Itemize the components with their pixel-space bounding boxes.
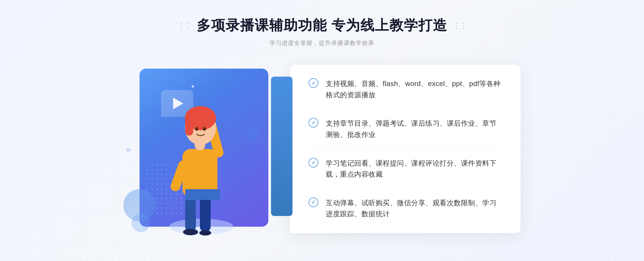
decorative-stripes xyxy=(247,130,263,152)
feature-item-1: 支持视频、音频、flash、word、excel、ppt、pdf等各种格式的资源… xyxy=(309,78,502,109)
svg-point-13 xyxy=(203,127,206,131)
features-panel: 支持视频、音频、flash、word、excel、ppt、pdf等各种格式的资源… xyxy=(290,65,521,233)
feature-text-1: 支持视频、音频、flash、word、excel、ppt、pdf等各种格式的资源… xyxy=(326,78,502,100)
content-section: » ✦ xyxy=(107,61,537,237)
check-icon-2 xyxy=(309,118,318,128)
check-icon-1 xyxy=(309,78,318,88)
feature-text-2: 支持章节目录、弹题考试、课后练习、课后作业、章节测验、批改作业 xyxy=(326,118,502,140)
arrow-left-icon: » xyxy=(126,144,131,154)
feature-item-2: 支持章节目录、弹题考试、课后练习、课后作业、章节测验、批改作业 xyxy=(309,109,502,149)
feature-text-4: 互动弹幕、试听购买、微信分享、观看次数限制、学习进度跟踪、数据统计 xyxy=(326,197,502,220)
header: ⋮⋮ 多项录播课辅助功能 专为线上教学打造 ⋮⋮ 学习进度全掌握，提升录播课教学… xyxy=(177,16,467,47)
feature-item-4: 互动弹幕、试听购买、微信分享、观看次数限制、学习进度跟踪、数据统计 xyxy=(309,189,502,220)
subtitle: 学习进度全掌握，提升录播课教学效果 xyxy=(177,39,467,47)
svg-point-3 xyxy=(183,229,198,235)
svg-point-12 xyxy=(195,127,198,131)
decorative-circle-2 xyxy=(131,213,150,232)
feature-item-3: 学习笔记回看、课程提问、课程评论打分、课件资料下载，重点内容收藏 xyxy=(309,149,502,189)
decorative-dots-right: ⋮⋮ xyxy=(453,21,467,30)
page-container: ⋮⋮ 多项录播课辅助功能 专为线上教学打造 ⋮⋮ 学习进度全掌握，提升录播课教学… xyxy=(0,0,644,261)
title-row: ⋮⋮ 多项录播课辅助功能 专为线上教学打造 ⋮⋮ xyxy=(177,16,467,35)
main-title: 多项录播课辅助功能 专为线上教学打造 xyxy=(197,16,447,35)
check-icon-3 xyxy=(309,158,318,167)
decorative-dots-left: ⋮⋮ xyxy=(177,21,191,30)
figure-illustration xyxy=(158,87,244,237)
check-icon-4 xyxy=(309,197,318,207)
svg-rect-11 xyxy=(185,117,193,136)
svg-rect-14 xyxy=(185,189,220,200)
illustration-container: » ✦ xyxy=(123,61,284,237)
svg-point-4 xyxy=(199,230,211,236)
feature-text-3: 学习笔记回看、课程提问、课程评论打分、课件资料下载，重点内容收藏 xyxy=(326,158,502,180)
svg-rect-1 xyxy=(185,195,196,232)
blue-panel xyxy=(271,77,292,216)
